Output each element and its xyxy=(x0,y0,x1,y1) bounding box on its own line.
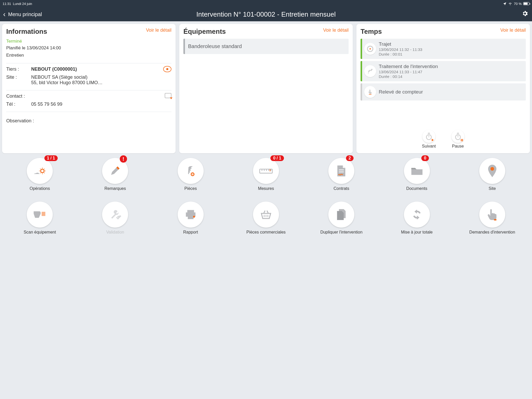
remarques-badge: ! xyxy=(120,155,127,163)
gear-icon xyxy=(522,10,528,17)
maj-button[interactable]: Mise à jour totale xyxy=(379,202,454,240)
demandes-button[interactable]: Demandes d'intervention xyxy=(455,202,530,240)
pause-label: Pause xyxy=(452,144,464,149)
rapport-button[interactable]: Rapport xyxy=(153,202,228,240)
printer-icon xyxy=(184,209,197,220)
suivant-button[interactable]: Suivant xyxy=(422,130,436,149)
wifi-icon xyxy=(508,2,512,5)
scan-equipement-button[interactable]: Scan équipement xyxy=(2,202,77,240)
time-item-traitement[interactable]: Traitement de l'intervention 13/06/2024 … xyxy=(361,61,526,81)
site-button[interactable]: Site xyxy=(455,158,530,196)
pieces-commerciales-label: Pièces commerciales xyxy=(246,230,285,240)
svg-rect-8 xyxy=(494,219,497,221)
time-duration: Durée : 00:14 xyxy=(379,74,438,79)
mesures-badge: 0 / 1 xyxy=(270,155,284,161)
demandes-label: Demandes d'intervention xyxy=(469,230,515,240)
basket-icon xyxy=(260,209,272,220)
operations-button[interactable]: 1 / 1 Opérations xyxy=(2,158,77,196)
operations-badge: 1 / 1 xyxy=(44,155,58,161)
contrats-badge: 2 xyxy=(346,155,354,161)
contrats-button[interactable]: 2 Contrats xyxy=(304,158,379,196)
validation-label: Validation xyxy=(106,230,124,240)
tel-label: Tél : xyxy=(6,102,31,107)
temps-card: Temps Voir le détail Trajet 13/06/2024 1… xyxy=(356,24,530,153)
documents-label: Documents xyxy=(406,186,427,196)
temps-detail-link[interactable]: Voir le détail xyxy=(500,28,526,33)
documents-badge: 0 xyxy=(421,155,429,161)
equipment-item[interactable]: Banderoleuse standard xyxy=(183,39,349,54)
mesures-button[interactable]: 0 / 1 Mesures xyxy=(228,158,304,196)
pointer-icon xyxy=(364,86,376,98)
document-icon xyxy=(336,164,347,177)
equipements-detail-link[interactable]: Voir le détail xyxy=(323,28,349,33)
pieces-label: Pièces xyxy=(184,186,197,196)
scan-equipement-label: Scan équipement xyxy=(24,230,56,240)
time-item-trajet[interactable]: Trajet 13/06/2024 11:32 - 11:33 Durée : … xyxy=(361,39,526,59)
validation-button: Validation xyxy=(77,202,153,240)
observation-label: Observation : xyxy=(6,118,43,124)
suivant-label: Suivant xyxy=(422,144,436,149)
informations-detail-link[interactable]: Voir le détail xyxy=(146,28,171,33)
dupliquer-label: Dupliquer l'intervention xyxy=(320,230,362,240)
duplicate-icon xyxy=(336,208,347,221)
battery-percent: 70 % xyxy=(514,2,522,6)
time-range: 13/06/2024 11:32 - 11:33 xyxy=(379,47,422,52)
time-item-releve[interactable]: Relevé de compteur xyxy=(361,83,526,101)
tiers-value: NEBOUT (C0000001) xyxy=(31,66,171,72)
barcode-scanner-icon xyxy=(33,209,47,220)
maj-label: Mise à jour totale xyxy=(401,230,433,240)
contact-label: Contact : xyxy=(6,94,31,99)
divider xyxy=(6,63,171,63)
navbar: ‹ Menu principal Intervention N° 101-000… xyxy=(0,7,532,21)
informations-title: Informations xyxy=(6,28,47,36)
battery-icon xyxy=(523,2,529,5)
operations-icon xyxy=(33,165,47,177)
status-badge: Terminé xyxy=(6,39,171,44)
settings-button[interactable] xyxy=(522,10,528,19)
documents-button[interactable]: 0 Documents xyxy=(379,158,454,196)
status-bar: 11:31 Lundi 24 juin 70 % xyxy=(0,0,532,7)
planned-date: Planifié le 13/06/2024 14:00 xyxy=(6,45,171,51)
pin-icon xyxy=(487,164,497,178)
time-title: Trajet xyxy=(379,41,422,47)
back-label: Menu principal xyxy=(8,11,42,17)
time-duration: Durée : 00:01 xyxy=(379,52,422,56)
pause-button[interactable]: Pause xyxy=(451,130,464,149)
time-title: Traitement de l'intervention xyxy=(379,64,438,69)
operations-label: Opérations xyxy=(30,186,50,196)
view-tiers-button[interactable] xyxy=(163,66,171,72)
svg-rect-2 xyxy=(369,94,371,95)
ruler-icon xyxy=(259,167,273,175)
divider xyxy=(6,90,171,90)
site-value: NEBOUT SA (Siège social) 55, bld Victor … xyxy=(31,75,171,85)
equipements-card: Équipements Voir le détail Banderoleuse … xyxy=(179,24,353,153)
pencil-icon xyxy=(109,165,121,177)
folder-icon xyxy=(410,166,423,176)
dupliquer-button[interactable]: Dupliquer l'intervention xyxy=(304,202,379,240)
refresh-icon xyxy=(411,209,423,221)
tel-value: 05 55 79 56 99 xyxy=(31,102,171,107)
clock-date: Lundi 24 juin xyxy=(13,2,32,6)
remarques-label: Remarques xyxy=(104,186,126,196)
svg-point-1 xyxy=(369,48,371,49)
tiers-label: Tiers : xyxy=(6,66,31,72)
page-title: Intervention N° 101-00002 - Entretien me… xyxy=(196,10,336,18)
remarques-button[interactable]: ! Remarques xyxy=(77,158,153,196)
play-icon xyxy=(432,139,434,141)
disc-icon xyxy=(364,43,376,55)
svg-rect-5 xyxy=(260,169,272,173)
pause-icon xyxy=(461,139,463,141)
screw-icon xyxy=(185,165,196,177)
pieces-commerciales-button[interactable]: Pièces commerciales xyxy=(228,202,304,240)
pieces-button[interactable]: Pièces xyxy=(153,158,228,196)
intervention-type: Entretien xyxy=(6,53,171,58)
chevron-left-icon: ‹ xyxy=(3,11,5,18)
svg-point-7 xyxy=(193,216,195,218)
contact-vcard-button[interactable] xyxy=(165,93,171,98)
informations-card: Informations Voir le détail Terminé Plan… xyxy=(2,24,176,153)
action-grid: 1 / 1 Opérations ! Remarques Pièces 0 / … xyxy=(0,155,532,243)
back-button[interactable]: ‹ Menu principal xyxy=(3,11,42,18)
tools-icon xyxy=(364,65,376,77)
svg-point-6 xyxy=(490,167,494,171)
clock-time: 11:31 xyxy=(3,2,11,6)
